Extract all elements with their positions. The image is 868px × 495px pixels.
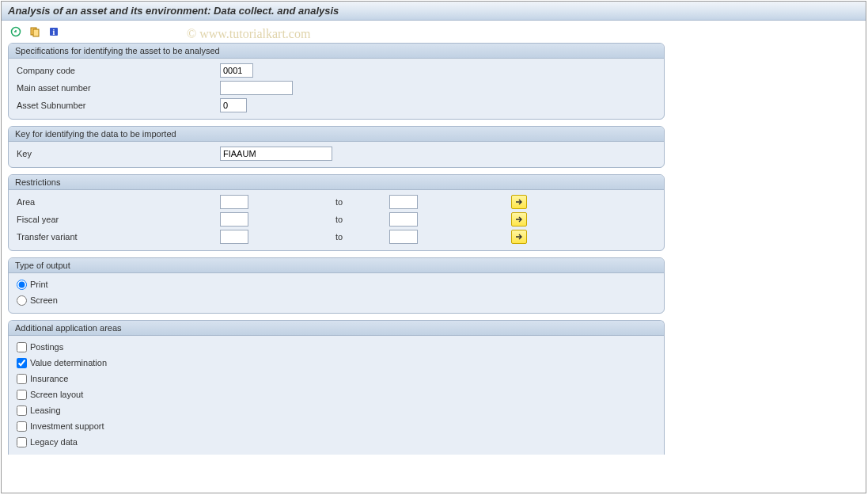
print-radio[interactable] [17, 280, 27, 290]
key-label: Key [15, 149, 217, 158]
screen-layout-label: Screen layout [30, 390, 83, 399]
screen-layout-checkbox[interactable] [17, 390, 27, 400]
key-input[interactable] [220, 147, 332, 161]
execute-button[interactable] [8, 24, 24, 40]
fiscal-from-input[interactable] [220, 212, 248, 227]
insurance-label: Insurance [30, 374, 68, 383]
legacy-label: Legacy data [30, 437, 78, 447]
investment-label: Investment support [30, 421, 104, 431]
info-icon: i [48, 26, 59, 37]
screen-radio[interactable] [17, 295, 27, 306]
value-determination-checkbox[interactable] [17, 358, 27, 368]
group-output-header: Type of output [9, 258, 664, 273]
legacy-checkbox[interactable] [17, 437, 27, 447]
asset-subnumber-input[interactable] [220, 98, 247, 112]
group-areas: Additional application areas Postings Va… [8, 320, 665, 455]
transfer-to-input[interactable] [389, 230, 418, 244]
svg-text:i: i [53, 28, 55, 36]
screen-label: Screen [30, 295, 58, 305]
variant-button[interactable] [27, 24, 43, 40]
page-title: Analysis of an asset and its environment… [2, 2, 866, 21]
main-asset-input[interactable] [220, 81, 293, 95]
group-restrictions-header: Restrictions [9, 175, 664, 190]
area-label: Area [15, 197, 217, 207]
arrow-right-icon [515, 233, 523, 241]
transfer-from-input[interactable] [220, 230, 248, 244]
area-from-input[interactable] [220, 195, 248, 209]
arrow-right-icon [515, 215, 523, 223]
main-asset-label: Main asset number [15, 83, 217, 93]
svg-rect-2 [33, 29, 39, 36]
transfer-variant-label: Transfer variant [15, 232, 217, 242]
area-multi-select-button[interactable] [511, 195, 527, 209]
fiscal-to-input[interactable] [389, 212, 418, 227]
insurance-checkbox[interactable] [17, 374, 27, 384]
group-specifications-header: Specifications for identifying the asset… [9, 44, 664, 59]
group-specifications: Specifications for identifying the asset… [8, 43, 665, 120]
group-areas-header: Additional application areas [9, 321, 664, 336]
transfer-to-label: to [335, 232, 386, 242]
group-key-header: Key for identifying the data to be impor… [9, 127, 664, 142]
toolbar: i [2, 21, 866, 43]
investment-checkbox[interactable] [17, 421, 27, 432]
fiscal-year-label: Fiscal year [15, 215, 217, 224]
info-button[interactable]: i [46, 24, 62, 40]
asset-subnumber-label: Asset Subnumber [15, 101, 217, 110]
transfer-multi-select-button[interactable] [511, 230, 527, 244]
company-code-label: Company code [15, 66, 217, 75]
variant-icon [29, 26, 40, 37]
group-key: Key for identifying the data to be impor… [8, 126, 665, 168]
execute-icon [10, 26, 21, 37]
area-to-input[interactable] [389, 195, 418, 209]
area-to-label: to [335, 197, 386, 207]
leasing-checkbox[interactable] [17, 406, 27, 416]
group-output: Type of output Print Screen [8, 257, 665, 314]
print-label: Print [30, 280, 48, 289]
group-restrictions: Restrictions Area to Fiscal year to [8, 174, 665, 251]
arrow-right-icon [515, 198, 523, 206]
value-determination-label: Value determination [30, 358, 107, 367]
fiscal-to-label: to [335, 215, 386, 224]
postings-label: Postings [30, 342, 63, 352]
company-code-input[interactable] [220, 63, 253, 78]
postings-checkbox[interactable] [17, 342, 27, 352]
leasing-label: Leasing [30, 406, 61, 415]
fiscal-multi-select-button[interactable] [511, 212, 527, 227]
